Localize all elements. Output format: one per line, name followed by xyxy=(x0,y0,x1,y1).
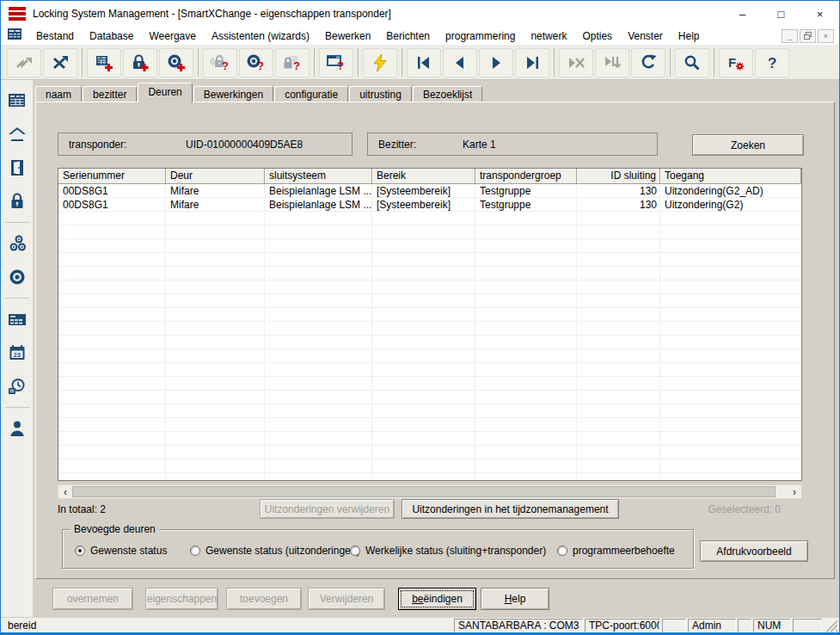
mdi-restore-button[interactable] xyxy=(800,29,816,43)
column-header-deur[interactable]: Deur xyxy=(166,169,265,184)
matrix-view-icon xyxy=(7,310,28,329)
radio-werkelijke-status-sluiting-transponder[interactable]: Werkelijke status (sluiting+transponder) xyxy=(350,545,546,557)
transponder-value: UID-01000000409D5AE8 xyxy=(186,139,303,151)
radio-dot-icon[interactable] xyxy=(190,546,200,556)
previous-record-icon xyxy=(451,54,469,71)
close-button[interactable]: × xyxy=(800,1,839,27)
column-header-toegang[interactable]: Toegang xyxy=(660,169,801,184)
read-transponder-button[interactable]: ? xyxy=(239,48,273,77)
menu-item-netwerk[interactable]: netwerk xyxy=(523,28,574,45)
table-row[interactable]: 00DS8G1MifareBeispielanlage LSM ...[Syst… xyxy=(58,198,801,212)
first-record-button[interactable] xyxy=(407,48,441,77)
sidebar-item-door[interactable] xyxy=(3,154,31,182)
scrollbar-thumb[interactable] xyxy=(72,486,776,497)
menu-item-database[interactable]: Database xyxy=(82,28,141,45)
search-button[interactable]: Zoeken xyxy=(692,134,804,156)
new-lock-button[interactable] xyxy=(123,48,157,77)
scroll-left-icon[interactable]: ‹ xyxy=(58,485,72,498)
radio-dot-icon[interactable] xyxy=(75,546,85,556)
menu-item-weergave[interactable]: Weergave xyxy=(141,28,203,45)
menu-item-assistenten-wizards[interactable]: Assistenten (wizards) xyxy=(204,28,317,45)
table-cell: Testgruppe xyxy=(475,198,577,212)
help-button-toolbar[interactable]: ? xyxy=(755,48,789,77)
report-filter-button[interactable]: F xyxy=(719,48,753,77)
menu-item-help[interactable]: Help xyxy=(671,28,708,45)
connect-icon xyxy=(15,53,34,72)
sidebar-item-transponder[interactable] xyxy=(3,263,31,291)
menu-item-bewerken[interactable]: Bewerken xyxy=(317,28,378,45)
cancel-navigation-icon xyxy=(567,54,586,71)
next-record-icon xyxy=(487,54,505,71)
tab-configuratie[interactable]: configuratie xyxy=(274,86,348,102)
horizontal-scrollbar[interactable]: ‹ › xyxy=(58,484,802,499)
sidebar-item-home[interactable] xyxy=(3,120,31,148)
column-header-sluitsysteem[interactable]: sluitsysteem xyxy=(265,169,372,184)
menu-item-berichten[interactable]: Berichten xyxy=(378,28,438,45)
sidebar-item-matrix-view[interactable] xyxy=(3,305,31,333)
sidebar-item-matrix[interactable] xyxy=(3,87,31,114)
search-button-toolbar[interactable] xyxy=(675,48,709,77)
column-header-bereik[interactable]: Bereik xyxy=(372,169,475,184)
previous-record-button[interactable] xyxy=(443,48,477,77)
last-record-button[interactable] xyxy=(515,48,549,77)
timezone-exceptions-button[interactable]: Uitzonderingen in het tijdzonemanagement xyxy=(402,499,619,519)
toolbar: ? ? ? ? F ? xyxy=(1,46,839,80)
refresh-button[interactable] xyxy=(631,48,665,77)
remove-exceptions-button[interactable]: Uitzonderingen verwijderen xyxy=(260,499,395,519)
table-header: SerienummerDeursluitsysteemBereiktranspo… xyxy=(58,169,801,184)
menu-item-opties[interactable]: Opties xyxy=(574,28,620,45)
column-header-transpondergroep[interactable]: transpondergroep xyxy=(475,169,577,184)
be-indigen-button[interactable]: beëindigen xyxy=(398,588,476,610)
window-title: Locking System Management - [SmartXChang… xyxy=(33,8,391,20)
radio-gewenste-status-uitzonderingen[interactable]: Gewenste status (uitzonderingen) xyxy=(190,545,359,557)
menu-item-programmering[interactable]: programmering xyxy=(438,28,523,45)
read-window-button[interactable]: ? xyxy=(319,48,353,77)
sidebar-item-time-zones[interactable] xyxy=(3,373,31,400)
sidebar-item-transponder-group[interactable] xyxy=(3,230,31,257)
tab-bezitter[interactable]: bezitter xyxy=(83,86,137,102)
next-record-button[interactable] xyxy=(479,48,513,77)
column-header-id-sluiting[interactable]: ID sluiting xyxy=(577,169,660,184)
overnemen-button[interactable]: overnemen xyxy=(52,588,133,610)
tab-naam[interactable]: naam xyxy=(35,86,82,102)
new-transponder-button[interactable] xyxy=(159,48,193,77)
selected-label: Geselecteerd: 0 xyxy=(672,503,781,515)
column-header-serienummer[interactable]: Serienummer xyxy=(58,169,166,184)
table-row[interactable]: 00DS8G1MifareBeispielanlage LSM ...[Syst… xyxy=(58,184,801,198)
next-program-need-button[interactable] xyxy=(595,48,629,77)
resize-grip-icon[interactable] xyxy=(825,620,837,632)
new-locking-system-icon xyxy=(95,53,113,72)
read-lock-button[interactable]: ? xyxy=(203,48,237,77)
table-cell: Uitzondering(G2) xyxy=(660,198,801,212)
radio-dot-icon[interactable] xyxy=(350,546,360,556)
sidebar-item-user[interactable] xyxy=(3,415,31,442)
toevoegen-button[interactable]: toevoegen xyxy=(226,588,302,610)
cancel-navigation-button[interactable] xyxy=(559,48,593,77)
mdi-close-button[interactable]: × xyxy=(818,29,834,43)
tab-uitrusting[interactable]: uitrusting xyxy=(349,86,412,102)
radio-dot-icon[interactable] xyxy=(557,546,567,556)
disconnect-button[interactable] xyxy=(43,48,77,77)
sidebar-item-calendar[interactable]: 23 xyxy=(3,339,31,367)
tab-bezoeklijst[interactable]: Bezoeklijst xyxy=(413,86,482,102)
radio-gewenste-status[interactable]: Gewenste status xyxy=(75,545,167,557)
radio-programmeerbehoefte[interactable]: programmeerbehoefte xyxy=(557,545,675,557)
eigenschappen-button[interactable]: eigenschappen xyxy=(145,588,218,610)
maximize-button[interactable]: □ xyxy=(762,1,800,27)
svg-text:23: 23 xyxy=(13,351,20,359)
connect-button[interactable] xyxy=(7,48,41,77)
sidebar-item-lock[interactable] xyxy=(3,188,31,215)
menu-item-venster[interactable]: Venster xyxy=(620,28,671,45)
verwijderen-button[interactable]: Verwijderen xyxy=(308,588,385,610)
read-mifare-button[interactable]: ? xyxy=(275,48,310,77)
program-button[interactable] xyxy=(363,48,397,77)
print-preview-button[interactable]: Afdrukvoorbeeld xyxy=(700,540,808,562)
mdi-minimize-button[interactable]: _ xyxy=(782,29,798,43)
tab-bewerkingen[interactable]: Bewerkingen xyxy=(193,86,273,102)
help-button[interactable]: Help xyxy=(481,588,549,610)
new-locking-system-button[interactable] xyxy=(87,48,121,77)
menu-item-bestand[interactable]: Bestand xyxy=(28,28,82,45)
scroll-right-icon[interactable]: › xyxy=(788,485,801,498)
minimize-button[interactable]: – xyxy=(723,1,762,27)
tab-deuren[interactable]: Deuren xyxy=(138,83,192,102)
